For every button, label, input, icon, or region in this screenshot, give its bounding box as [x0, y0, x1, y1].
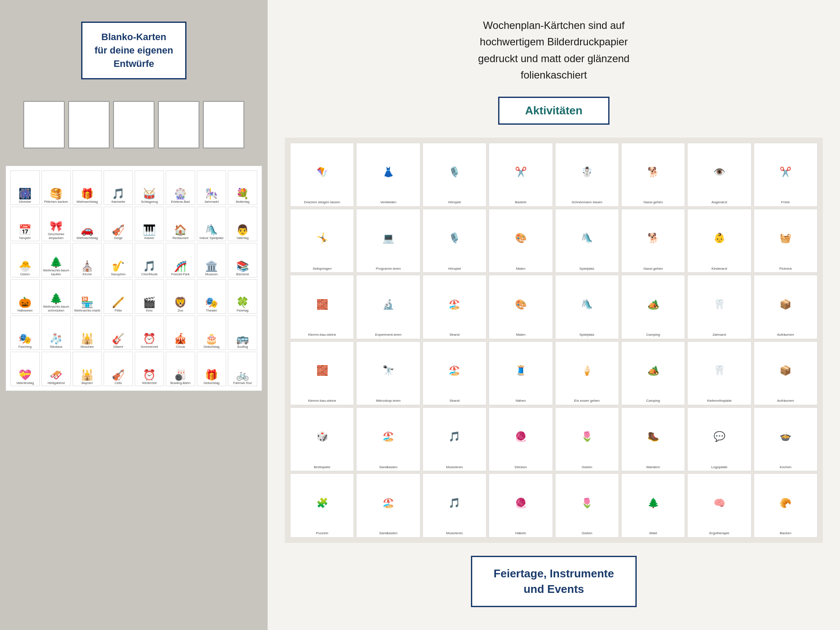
card-icon-43: 🎻 — [112, 370, 125, 380]
akt-icon-4: ☃️ — [556, 145, 618, 200]
card-icon-19: 🎷 — [112, 261, 125, 271]
card-item: 🥞Plötchen backen — [41, 170, 71, 205]
card-item: 👨Vatertag — [228, 207, 257, 241]
card-icon-22: 🏛️ — [205, 261, 218, 271]
card-icon-35: 🎸 — [112, 334, 125, 344]
blank-card-5 — [203, 101, 244, 148]
card-label-31: Feiertag — [237, 309, 249, 312]
akt-card-item: 🧺Picknick — [754, 209, 818, 273]
card-label-18: Kirche — [82, 272, 92, 276]
card-label-0: Silvester — [19, 200, 32, 204]
card-icon-30: 🎭 — [205, 297, 218, 308]
card-label-14: Indoor Spielplatz — [199, 236, 224, 240]
card-label-35: Gitarre — [114, 345, 123, 349]
card-label-2: Weihnachtstag — [76, 200, 98, 204]
aktivitaeten-grid-container: 🪁Drachen steigen lassen👗Verkleiden🎙️Hörs… — [285, 138, 823, 543]
akt-label-24: Klemm-bau-steine — [308, 399, 336, 403]
card-item: 🎻Cello — [104, 352, 133, 386]
akt-label-28: Eis essen gehen — [574, 399, 600, 403]
card-label-27: Flöte — [115, 309, 122, 312]
akt-icon-6: 👁️ — [688, 145, 750, 200]
card-item: 🎢Freizeit-Park — [166, 243, 195, 277]
cards-grid: 🎆Silvester🥞Plötchen backen🎁Weihnachtstag… — [10, 170, 257, 386]
card-icon-34: 🕌 — [81, 334, 94, 344]
akt-icon-17: 🔬 — [357, 277, 419, 332]
card-item: 🎭Fasching — [10, 315, 40, 350]
akt-label-2: Hörspiel — [448, 200, 461, 205]
akt-label-31: Aufräumen — [777, 399, 794, 403]
akt-icon-21: 🏕️ — [622, 277, 684, 332]
akt-icon-33: 🏖️ — [357, 410, 419, 464]
card-item: 🛷Heiligabend — [41, 352, 71, 386]
card-icon-47: 🚲 — [236, 370, 249, 380]
akt-icon-11: 🎨 — [490, 211, 551, 266]
card-item: 🎪Circus — [166, 315, 195, 350]
akt-label-11: Malen — [516, 267, 525, 271]
akt-label-41: Sandkasten — [379, 531, 397, 536]
card-item: 📅Neujahr — [10, 207, 40, 241]
akt-card-item: 🦷Kieferorthopäde — [687, 341, 751, 405]
akt-card-item: 🧱Klemm-bau-steine — [290, 275, 354, 339]
akt-card-item: 🔭Mikroskop-ieren — [356, 341, 420, 405]
akt-icon-20: 🛝 — [556, 277, 618, 332]
akt-card-item: 🧱Klemm-bau-steine — [290, 341, 354, 405]
akt-card-item: 🔬Experiment-ieren — [356, 275, 420, 339]
card-icon-12: 🎹 — [143, 225, 156, 235]
card-label-30: Theater — [206, 309, 217, 312]
right-panel: Wochenplan-Kärtchen sind auf hochwertige… — [268, 0, 840, 630]
card-icon-4: 🥁 — [143, 189, 156, 199]
akt-label-10: Hörspiel — [448, 267, 461, 271]
akt-card-item: 🎙️Hörspiel — [423, 209, 486, 273]
akt-icon-8: 🤸 — [291, 211, 353, 266]
card-label-13: Restaurant — [173, 236, 189, 240]
card-item: 🎬Kino — [135, 279, 164, 314]
card-icon-20: 🎵 — [143, 261, 156, 271]
blank-card-2 — [68, 101, 110, 148]
akt-label-33: Sandkasten — [379, 465, 397, 469]
akt-card-item: 🍲Kochen — [754, 407, 818, 471]
card-icon-33: 🧦 — [50, 334, 63, 344]
akt-icon-28: 🍦 — [556, 343, 618, 398]
card-item: 🏠Restaurant — [166, 207, 195, 241]
akt-label-8: Seilspringen — [313, 267, 332, 271]
akt-label-42: Musizieren — [446, 531, 463, 536]
akt-icon-45: 🌲 — [622, 476, 684, 530]
card-icon-23: 📚 — [236, 261, 249, 271]
akt-icon-1: 👗 — [357, 145, 419, 200]
card-icon-10: 🚗 — [81, 225, 94, 235]
card-label-25: Weihnachts-baum schmücken — [43, 305, 69, 312]
card-label-6: Jahrmarkt — [204, 200, 218, 204]
akt-label-43: Häkeln — [515, 531, 526, 536]
card-icon-3: 🎵 — [112, 189, 125, 199]
card-label-4: Schlagzeug — [141, 200, 158, 204]
blank-cards-row — [23, 101, 244, 148]
akt-label-29: Camping — [646, 399, 660, 403]
akt-icon-10: 🎙️ — [424, 211, 485, 266]
card-icon-18: ⛪ — [81, 261, 94, 271]
feiertage-box: Feiertage, Instrumente und Events — [471, 556, 637, 607]
akt-label-16: Klemm-bau-steine — [308, 333, 336, 337]
akt-card-item: 🏕️Camping — [621, 275, 685, 339]
card-label-1: Plötchen backen — [44, 200, 68, 204]
card-icon-13: 🏠 — [174, 225, 187, 235]
akt-card-item: 🛝Spielplatz — [555, 275, 619, 339]
card-icon-40: 💝 — [19, 370, 32, 380]
card-label-11: Geige — [114, 236, 123, 240]
card-icon-36: ⏰ — [143, 334, 156, 344]
card-icon-45: 🎳 — [174, 370, 187, 380]
card-icon-14: 🛝 — [205, 225, 218, 235]
akt-icon-15: 🧺 — [755, 211, 816, 266]
akt-card-item: 🎵Musizieren — [423, 407, 486, 471]
akt-icon-3: ✂️ — [490, 145, 551, 200]
left-panel: Blanko-Karten für deine eigenen Entwürfe… — [0, 0, 268, 630]
card-item: 🚌Ausflug — [228, 315, 257, 350]
card-label-9: Geschenke einpacken — [43, 232, 69, 240]
akt-card-item: 👁️Augenarzt — [687, 143, 751, 207]
card-icon-29: 🦁 — [174, 297, 187, 308]
card-label-20: Chor/Musik — [141, 272, 158, 276]
card-item: 🎁Weihnachtstag — [73, 170, 102, 205]
aktivitaeten-box: Aktivitäten — [498, 97, 610, 125]
akt-card-item: 🛝Spielplatz — [555, 209, 619, 273]
card-item: 🕌Bayram — [73, 352, 102, 386]
card-label-12: Klavier — [145, 236, 155, 240]
